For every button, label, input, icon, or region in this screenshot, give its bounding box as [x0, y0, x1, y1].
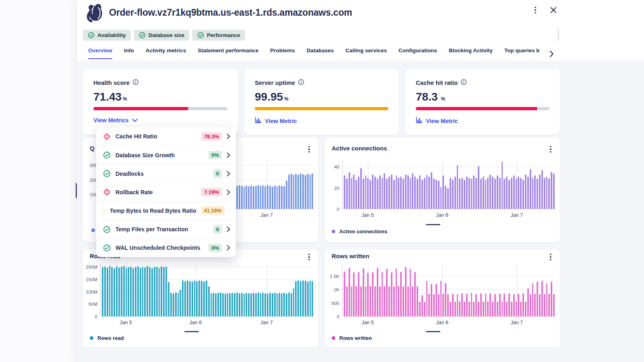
chart-kebab-menu-icon[interactable] — [547, 145, 554, 154]
chevron-right-icon — [227, 152, 230, 158]
close-icon[interactable] — [549, 6, 557, 14]
bar — [473, 302, 475, 317]
check-circle-icon — [103, 244, 111, 252]
bar — [440, 281, 442, 317]
bar — [291, 174, 292, 209]
info-icon[interactable] — [460, 79, 467, 86]
bar — [295, 174, 297, 209]
tab-configurations[interactable]: Configurations — [398, 47, 437, 58]
bar — [201, 281, 202, 317]
tab-calling-services[interactable]: Calling services — [345, 47, 387, 58]
tabs-scroll-right-icon[interactable] — [548, 48, 555, 60]
bar — [236, 186, 238, 209]
dropdown-item-cache-hit-ratio[interactable]: Cache Hit Ratio78.3% — [96, 127, 236, 146]
dropdown-item-database-size-growth[interactable]: Database Size Growth0% — [96, 146, 236, 164]
tab-info[interactable]: Info — [124, 47, 134, 58]
tab-problems[interactable]: Problems — [270, 47, 295, 58]
tag-availability[interactable]: Availability — [83, 30, 131, 41]
bar — [184, 281, 186, 317]
tag-database-size[interactable]: Database size — [134, 30, 189, 41]
chart-x-scrollbar[interactable] — [426, 224, 440, 225]
y-axis-label: 0 — [337, 314, 339, 319]
bar — [358, 177, 359, 209]
bar — [144, 267, 146, 317]
x-axis-label: Jan 5 — [361, 320, 374, 325]
bar — [111, 267, 113, 317]
chart-kebab-menu-icon[interactable] — [305, 145, 313, 154]
info-icon[interactable] — [132, 79, 139, 86]
tag-performance[interactable]: Performance — [192, 30, 245, 41]
bar — [414, 177, 416, 209]
dropdown-item-label: Database Size Growth — [116, 152, 204, 158]
bar — [279, 185, 280, 209]
bar — [419, 175, 421, 209]
tags-scrollbar[interactable] — [558, 29, 559, 41]
bar — [388, 286, 390, 317]
dropdown-item-temp-bytes-to-read-bytes-ratio[interactable]: Temp Bytes to Read Bytes Ratio41.18% — [96, 201, 236, 220]
bar — [516, 301, 517, 317]
info-icon[interactable] — [298, 79, 304, 86]
bars — [101, 264, 314, 317]
bar — [374, 177, 376, 209]
view-metric-button[interactable]: View Metric — [416, 117, 458, 125]
dropdown-item-wal-unscheduled-checkpoints[interactable]: WAL Unscheduled Checkpoints0% — [96, 239, 236, 257]
chevron-right-icon — [229, 208, 230, 214]
tab-statement-performance[interactable]: Statement performance — [198, 47, 258, 58]
dropdown-item-temp-files-per-transaction[interactable]: Temp Files per Transaction0 — [96, 220, 236, 238]
panel-kebab-menu-icon[interactable] — [532, 6, 539, 14]
y-axis-label: 1.5K — [330, 274, 339, 279]
bar — [541, 281, 543, 317]
bar — [483, 302, 484, 317]
bar — [277, 293, 278, 317]
health-score-card: Health score 71.43% View Metrics — [83, 69, 238, 135]
bar — [447, 294, 449, 317]
bar — [310, 280, 311, 317]
bar — [426, 281, 428, 317]
chart-kebab-menu-icon[interactable] — [305, 253, 313, 261]
tab-top-queries-b[interactable]: Top queries b — [504, 47, 540, 58]
bar — [277, 186, 278, 209]
check-circle-icon — [139, 32, 146, 39]
bar — [452, 180, 454, 209]
panel-header: Order-flow.vz7r1kq9btma.us-east-1.rds.am… — [77, 0, 644, 27]
chart-x-scrollbar[interactable] — [426, 331, 440, 332]
dropdown-item-rollback-rate[interactable]: Rollback Rate7.19% — [96, 183, 236, 201]
bar — [551, 282, 552, 317]
dropdown-item-deadlocks[interactable]: Deadlocks0 — [96, 164, 236, 183]
tab-activity-metrics[interactable]: Activity metrics — [146, 47, 186, 58]
bar — [239, 185, 240, 209]
tab-overview[interactable]: Overview — [88, 47, 112, 59]
bar — [400, 177, 402, 209]
chart-legend: Rows read — [90, 335, 124, 341]
view-metrics-button[interactable]: View Metrics — [93, 117, 138, 123]
chart-x-scrollbar[interactable] — [184, 331, 199, 332]
bar — [445, 283, 446, 317]
bar — [346, 286, 348, 317]
bars — [343, 160, 555, 209]
y-axis-label: 20 — [334, 186, 339, 191]
bar — [344, 175, 345, 209]
bar — [386, 179, 388, 209]
chart-kebab-menu-icon[interactable] — [547, 253, 554, 261]
bar — [388, 177, 390, 209]
bar — [466, 177, 468, 209]
bar — [396, 175, 397, 209]
bar — [128, 267, 129, 317]
bar — [412, 173, 413, 209]
bar — [475, 294, 477, 317]
bar — [391, 175, 392, 209]
bar — [165, 267, 167, 317]
panel-scroll-indicator[interactable] — [76, 183, 77, 198]
tab-blocking-activity[interactable]: Blocking Activity — [449, 47, 493, 58]
bar — [464, 302, 465, 317]
dropdown-item-label: Deadlocks — [116, 171, 208, 177]
bar — [489, 293, 491, 317]
bar — [457, 294, 458, 317]
view-metric-button[interactable]: View Metric — [255, 117, 297, 125]
bar — [534, 175, 536, 209]
bar — [454, 302, 456, 317]
bar — [231, 293, 233, 317]
bar — [400, 272, 402, 317]
tab-databases[interactable]: Databases — [307, 47, 334, 58]
x-axis-label: Jan 7 — [260, 212, 273, 218]
